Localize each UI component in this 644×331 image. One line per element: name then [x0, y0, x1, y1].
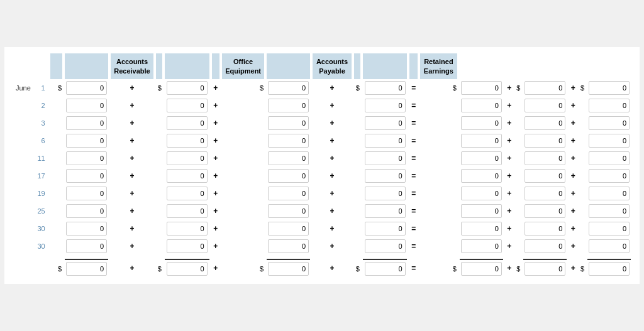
day-label: 30	[35, 237, 48, 255]
input-cs-6[interactable]	[525, 187, 565, 200]
input-ap-5[interactable]	[461, 169, 502, 183]
input-supplies-1[interactable]	[268, 99, 309, 112]
currency-sign-oe: $	[354, 79, 360, 97]
input-cs-1[interactable]	[525, 99, 565, 112]
input-oe-4[interactable]	[365, 151, 406, 165]
empty-sign	[354, 97, 360, 114]
input-supplies-8[interactable]	[268, 222, 309, 236]
input-supplies-9[interactable]	[268, 239, 309, 253]
total-input-cs[interactable]	[525, 262, 565, 276]
total-input-ap[interactable]	[461, 262, 502, 276]
input-re-9[interactable]	[589, 239, 630, 253]
input-ar-4[interactable]	[167, 151, 208, 165]
input-cash-2[interactable]	[66, 116, 107, 130]
cell-ar-1	[165, 97, 209, 114]
input-re-2[interactable]	[589, 116, 630, 130]
input-cash-7[interactable]	[66, 204, 107, 218]
input-cs-3[interactable]	[525, 134, 565, 148]
input-oe-6[interactable]	[365, 187, 406, 200]
input-re-5[interactable]	[589, 169, 630, 183]
input-cs-9[interactable]	[525, 239, 565, 253]
input-supplies-4[interactable]	[268, 151, 309, 165]
op-plus-2	[156, 53, 162, 79]
cell-ar-4	[165, 149, 209, 167]
op-plus-4	[354, 53, 360, 79]
empty-sign	[516, 220, 521, 237]
table-row: 17+++=++	[13, 167, 631, 185]
input-re-0[interactable]	[589, 81, 630, 95]
input-oe-3[interactable]	[365, 134, 406, 148]
cell-supplies-0	[267, 79, 310, 97]
input-cs-5[interactable]	[525, 169, 565, 183]
input-oe-0[interactable]	[365, 81, 406, 95]
input-cs-0[interactable]	[525, 81, 565, 95]
cell-cash-9	[65, 237, 108, 255]
input-re-7[interactable]	[589, 204, 630, 218]
footer-op-1: +	[212, 259, 219, 278]
input-ar-7[interactable]	[167, 204, 208, 218]
cell-cs-2	[523, 114, 567, 132]
input-ap-2[interactable]	[461, 116, 502, 130]
cell-oe-0	[363, 79, 408, 97]
op-3-7: =	[409, 202, 417, 220]
input-ap-6[interactable]	[461, 187, 502, 200]
total-input-supplies[interactable]	[268, 262, 309, 276]
input-ap-3[interactable]	[461, 134, 502, 148]
input-oe-9[interactable]	[365, 239, 406, 253]
table-row: 2+++=++	[13, 97, 631, 114]
input-oe-5[interactable]	[365, 169, 406, 183]
input-ar-3[interactable]	[167, 134, 208, 148]
input-ar-8[interactable]	[167, 222, 208, 236]
input-cash-5[interactable]	[66, 169, 107, 183]
input-cash-9[interactable]	[66, 239, 107, 253]
total-input-ar[interactable]	[167, 262, 208, 276]
input-supplies-6[interactable]	[268, 187, 309, 200]
input-supplies-5[interactable]	[268, 169, 309, 183]
input-cash-8[interactable]	[66, 222, 107, 236]
empty-sign	[420, 97, 457, 114]
input-ar-2[interactable]	[167, 116, 208, 130]
total-input-cash[interactable]	[66, 262, 107, 276]
input-supplies-0[interactable]	[268, 81, 309, 95]
input-ar-9[interactable]	[167, 239, 208, 253]
input-oe-1[interactable]	[365, 99, 406, 112]
input-ap-0[interactable]	[461, 81, 502, 95]
month-label	[13, 202, 33, 220]
input-ap-4[interactable]	[461, 151, 502, 165]
input-ap-1[interactable]	[461, 99, 502, 112]
input-cash-0[interactable]	[66, 81, 107, 95]
input-re-1[interactable]	[589, 99, 630, 112]
input-re-3[interactable]	[589, 134, 630, 148]
month-label: June	[13, 79, 33, 97]
table-row: 11+++=++	[13, 149, 631, 167]
op-5-2: +	[569, 114, 577, 132]
input-supplies-2[interactable]	[268, 116, 309, 130]
input-supplies-3[interactable]	[268, 134, 309, 148]
input-cash-4[interactable]	[66, 151, 107, 165]
input-re-4[interactable]	[589, 151, 630, 165]
input-oe-8[interactable]	[365, 222, 406, 236]
input-ar-0[interactable]	[167, 81, 208, 95]
input-re-6[interactable]	[589, 187, 630, 200]
currency-sign-ap: $	[420, 79, 457, 97]
input-ar-1[interactable]	[167, 99, 208, 112]
input-cs-2[interactable]	[525, 116, 565, 130]
cell-cs-5	[523, 167, 567, 185]
total-input-oe[interactable]	[365, 262, 406, 276]
input-oe-7[interactable]	[365, 204, 406, 218]
input-ap-8[interactable]	[461, 222, 502, 236]
input-ap-9[interactable]	[461, 239, 502, 253]
input-ar-5[interactable]	[167, 169, 208, 183]
input-oe-2[interactable]	[365, 116, 406, 130]
input-ar-6[interactable]	[167, 187, 208, 200]
input-cash-6[interactable]	[66, 187, 107, 200]
input-supplies-7[interactable]	[268, 204, 309, 218]
input-cash-3[interactable]	[66, 134, 107, 148]
input-re-8[interactable]	[589, 222, 630, 236]
input-ap-7[interactable]	[461, 204, 502, 218]
total-input-re[interactable]	[589, 262, 630, 276]
input-cash-1[interactable]	[66, 99, 107, 112]
input-cs-4[interactable]	[525, 151, 565, 165]
input-cs-7[interactable]	[525, 204, 565, 218]
input-cs-8[interactable]	[525, 222, 565, 236]
